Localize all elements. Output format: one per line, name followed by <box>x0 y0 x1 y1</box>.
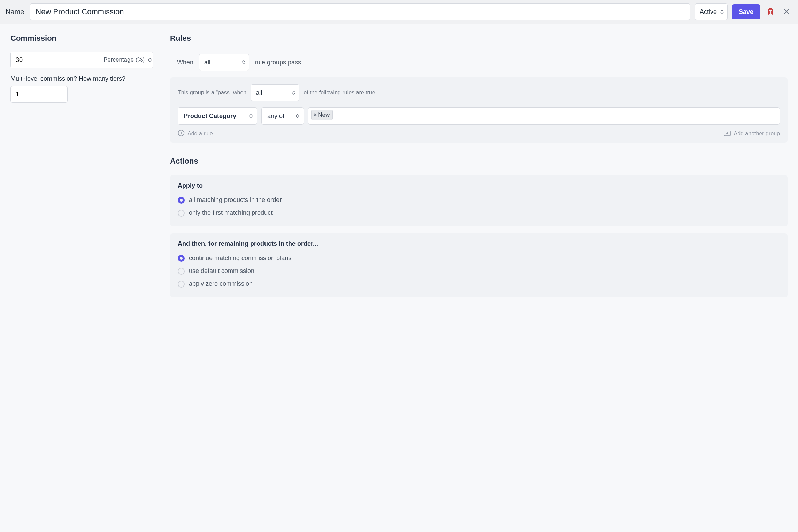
chevron-updown-icon <box>242 60 245 64</box>
when-label: When <box>177 59 193 66</box>
commission-name-input[interactable] <box>30 3 690 20</box>
when-mode-value: all <box>204 59 210 66</box>
radio-icon <box>178 268 185 275</box>
close-button[interactable] <box>781 6 792 18</box>
add-rule-label: Add a rule <box>187 131 213 137</box>
group-suffix: of the following rules are true. <box>304 89 377 96</box>
tag-chip: × New <box>311 110 333 120</box>
actions-section-title: Actions <box>170 157 788 168</box>
tag-remove-icon[interactable]: × <box>314 112 317 118</box>
chevron-updown-icon <box>296 114 299 118</box>
commission-value-row: Percentage (%) <box>10 52 153 68</box>
trash-icon <box>767 8 774 16</box>
remaining-option-default[interactable]: use default commission <box>178 265 780 277</box>
rule-operator-select[interactable]: any of <box>261 107 304 125</box>
chevron-updown-icon <box>148 58 152 62</box>
add-box-icon <box>724 130 731 138</box>
rules-when-row: When all rule groups pass <box>170 54 788 71</box>
rule-group: This group is a "pass" when all of the f… <box>170 77 788 143</box>
apply-to-option-all[interactable]: all matching products in the order <box>178 194 780 206</box>
rule-value-input[interactable]: × New <box>308 107 780 125</box>
remaining-option-zero[interactable]: apply zero commission <box>178 277 780 290</box>
multi-level-label: Multi-level commission? How many tiers? <box>10 75 153 83</box>
delete-button[interactable] <box>765 6 776 18</box>
group-mode-select[interactable]: all <box>251 84 299 101</box>
plus-circle-icon <box>178 130 185 138</box>
chevron-updown-icon <box>720 10 724 14</box>
apply-to-card: Apply to all matching products in the or… <box>170 175 788 226</box>
apply-to-option-first[interactable]: only the first matching product <box>178 206 780 219</box>
radio-icon <box>178 255 185 262</box>
when-mode-select[interactable]: all <box>199 54 249 71</box>
commission-type-select[interactable]: Percentage (%) <box>101 56 153 63</box>
radio-label: only the first matching product <box>189 209 273 217</box>
rule-field-select[interactable]: Product Category <box>178 107 257 125</box>
group-prefix: This group is a "pass" when <box>178 89 246 96</box>
header-bar: Name Active Save <box>0 0 798 24</box>
add-group-label: Add another group <box>734 131 780 137</box>
rule-operator-value: any of <box>267 112 284 120</box>
commission-value-input[interactable] <box>11 52 101 68</box>
close-icon <box>783 8 790 16</box>
commission-type-label: Percentage (%) <box>103 56 145 63</box>
radio-label: apply zero commission <box>189 280 253 288</box>
when-suffix: rule groups pass <box>255 59 301 66</box>
tiers-input[interactable] <box>10 86 68 103</box>
remaining-option-continue[interactable]: continue matching commission plans <box>178 252 780 265</box>
radio-label: use default commission <box>189 267 254 275</box>
chevron-updown-icon <box>292 91 296 95</box>
apply-to-heading: Apply to <box>178 182 780 189</box>
add-group-button[interactable]: Add another group <box>724 130 780 138</box>
group-mode-value: all <box>256 89 262 96</box>
remaining-card: And then, for remaining products in the … <box>170 233 788 297</box>
radio-icon <box>178 210 185 217</box>
radio-label: continue matching commission plans <box>189 255 291 262</box>
rule-row: Product Category any of × <box>178 107 780 125</box>
radio-label: all matching products in the order <box>189 196 282 204</box>
radio-icon <box>178 281 185 288</box>
rules-section-title: Rules <box>170 34 788 45</box>
tag-label: New <box>318 111 330 118</box>
add-rule-button[interactable]: Add a rule <box>178 130 213 138</box>
name-label: Name <box>6 8 24 16</box>
rule-field-value: Product Category <box>184 112 236 120</box>
status-select[interactable]: Active <box>695 3 728 20</box>
remaining-heading: And then, for remaining products in the … <box>178 240 780 248</box>
chevron-updown-icon <box>249 114 253 118</box>
commission-section-title: Commission <box>10 34 153 45</box>
save-button[interactable]: Save <box>732 4 760 19</box>
status-value: Active <box>700 8 717 16</box>
radio-icon <box>178 197 185 204</box>
